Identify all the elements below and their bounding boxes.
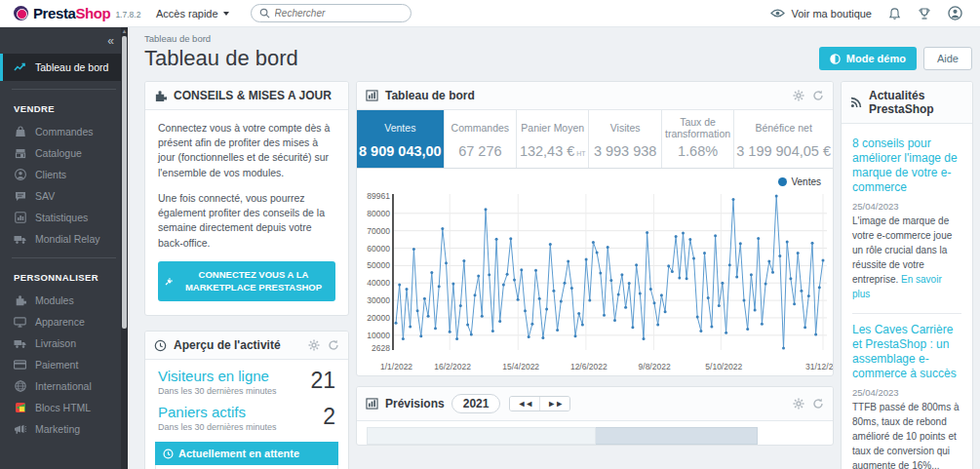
forecast-panel: Prévisions 2021 ◄◄ ►► <box>356 386 834 446</box>
activity-panel-title: Aperçu de l'activité <box>174 338 281 352</box>
activity-panel: Aperçu de l'activité Visiteurs en ligne <box>144 331 349 469</box>
html-blocks-icon <box>14 402 26 413</box>
breadcrumb: Tableau de bord <box>128 27 980 44</box>
sidebar-item-label: Livraison <box>35 337 76 349</box>
online-visitors-metric[interactable]: Visiteurs en ligne Dans les 30 dernières… <box>145 360 348 396</box>
search-input[interactable] <box>275 8 392 19</box>
sidebar-item-paiement[interactable]: Paiement <box>0 354 128 375</box>
chart-legend[interactable]: Ventes <box>778 176 821 187</box>
sidebar-item-marketing[interactable]: Marketing <box>0 418 128 440</box>
metric-tab-value: 3 199 904,05 € <box>736 143 831 159</box>
credit-card-icon <box>14 360 26 370</box>
top-header: PrestaShop 1.7.8.2 Accès rapide Voir ma … <box>0 0 980 27</box>
metric-tab-panier-moyen[interactable]: Panier Moyen132,43 € HT <box>517 110 589 168</box>
news-item: Les Caves Carrière et PrestaShop : un as… <box>852 313 961 469</box>
refresh-icon[interactable] <box>812 398 824 410</box>
sidebar-item-livraison[interactable]: Livraison <box>0 332 128 354</box>
plug-icon <box>164 277 174 287</box>
metric-tab-value: 1.68% <box>664 143 731 159</box>
metric-tab-value: 132,43 € HT <box>519 143 586 159</box>
news-title-link[interactable]: Les Caves Carrière et PrestaShop : un as… <box>852 323 961 381</box>
sidebar-item-clients[interactable]: Clients <box>0 164 128 185</box>
chat-icon <box>14 190 26 202</box>
view-shop-label: Voir ma boutique <box>791 8 872 20</box>
quick-access-dropdown[interactable]: Accès rapide <box>156 8 229 20</box>
y-axis-tick: 30000 <box>357 295 390 305</box>
sidebar-item-statistiques[interactable]: Statistiques <box>0 207 128 228</box>
metric-tab-label: Bénéfice net <box>736 117 831 140</box>
marketplace-connect-label: CONNECTEZ VOUS A LA MARKETPLACE PRESTASH… <box>177 269 330 294</box>
legend-label: Ventes <box>791 176 821 187</box>
metric-tab-ventes[interactable]: Ventes8 909 043,00 <box>357 110 445 168</box>
metric-tab-b-n-fice-net[interactable]: Bénéfice net3 199 904,05 € <box>734 110 833 168</box>
account-avatar-icon[interactable] <box>948 6 962 20</box>
active-carts-metric[interactable]: Paniers actifs Dans les 30 dernières min… <box>145 396 348 432</box>
sidebar-item-tableau-de-bord[interactable]: Tableau de bord <box>0 54 128 81</box>
scrollbar-up-arrow-icon[interactable]: ▲ <box>121 28 128 34</box>
customer-icon <box>14 169 26 180</box>
sidebar-scrollbar-thumb[interactable] <box>122 36 127 329</box>
x-axis-tick: 9/8/2022 <box>639 362 671 371</box>
metric-tab-value: 67 276 <box>447 143 514 159</box>
sidebar-item-mondial-relay[interactable]: Mondial Relay <box>0 228 128 250</box>
metric-sub: Dans les 30 dernières minutes <box>158 386 277 396</box>
y-axis-tick: 70000 <box>357 226 390 236</box>
notifications-bell-icon[interactable] <box>888 7 901 20</box>
sidebar-item-apparence[interactable]: Apparence <box>0 311 128 332</box>
metric-tab-visites[interactable]: Visites3 993 938 <box>589 110 661 168</box>
pending-row-commandes[interactable]: Commandes 5 <box>156 465 337 469</box>
clock-icon <box>163 449 174 459</box>
view-shop-link[interactable]: Voir ma boutique <box>770 8 872 20</box>
shopping-bag-icon <box>14 126 26 137</box>
metric-tab-commandes[interactable]: Commandes67 276 <box>445 110 517 168</box>
x-axis-tick: 16/2/2022 <box>434 362 471 371</box>
chevron-down-icon <box>223 12 229 16</box>
chart-plot-area <box>392 194 827 350</box>
pending-header-label: Actuellement en attente <box>178 448 299 459</box>
metric-tab-taux-de-transformation[interactable]: Taux de transformation1.68% <box>662 110 734 168</box>
sidebar-item-catalogue[interactable]: Catalogue <box>0 142 128 164</box>
advice-paragraph: Une fois connecté, vous pourrez égalemen… <box>158 191 335 251</box>
help-button[interactable]: Aide <box>923 47 972 70</box>
sidebar-item-label: Mondial Relay <box>35 233 100 245</box>
dashboard-panel: Tableau de bord Ventes8 909 043,00Comman… <box>356 81 834 376</box>
forecast-year-selector[interactable]: 2021 <box>451 394 501 413</box>
news-text: L'image de marque de votre e-commerce jo… <box>852 214 961 301</box>
gear-icon[interactable] <box>793 90 804 101</box>
refresh-icon[interactable] <box>812 90 824 101</box>
gear-icon[interactable] <box>793 398 804 410</box>
forecast-prev-button[interactable]: ◄◄ <box>510 397 540 410</box>
y-axis-tick: 50000 <box>357 260 390 270</box>
trophy-icon[interactable] <box>918 7 931 20</box>
sidebar-item-label: Marketing <box>35 423 80 435</box>
y-axis-tick: 20000 <box>357 313 390 323</box>
sidebar-item-blocs-html[interactable]: Blocs HTML <box>0 397 128 418</box>
activity-metrics: Visiteurs en ligne Dans les 30 dernières… <box>145 360 348 432</box>
x-axis-tick: 15/4/2022 <box>502 362 539 371</box>
toggle-icon <box>830 54 841 64</box>
sidebar-item-modules[interactable]: Modules <box>0 290 128 311</box>
sidebar-item-label: Statistiques <box>35 212 88 223</box>
x-axis-tick: 1/1/2022 <box>380 362 412 371</box>
sidebar-divider <box>12 89 116 90</box>
search-box[interactable] <box>251 4 412 22</box>
news-title-link[interactable]: 8 conseils pour améliorer l'image de mar… <box>852 137 961 195</box>
logo-text-presta: Presta <box>33 5 75 21</box>
sidebar-section-title: PERSONNALISER <box>0 266 128 290</box>
sidebar-scrollbar[interactable]: ▲ <box>121 27 128 469</box>
sidebar-item-commandes[interactable]: Commandes <box>0 121 128 142</box>
sidebar-item-sav[interactable]: SAV <box>0 185 128 207</box>
sidebar-collapse-button[interactable]: « <box>0 27 128 54</box>
forecast-next-button[interactable]: ►► <box>540 397 569 410</box>
prestashop-logo[interactable]: PrestaShop 1.7.8.2 <box>0 5 146 21</box>
sidebar-item-label: Modules <box>35 294 74 306</box>
x-axis-tick: 12/6/2022 <box>570 362 608 371</box>
marketplace-connect-button[interactable]: CONNECTEZ VOUS A LA MARKETPLACE PRESTASH… <box>158 261 335 302</box>
refresh-icon[interactable] <box>328 339 339 351</box>
demo-mode-label: Mode démo <box>846 53 906 64</box>
sidebar-item-international[interactable]: International <box>0 375 128 397</box>
demo-mode-button[interactable]: Mode démo <box>819 47 917 70</box>
gear-icon[interactable] <box>308 339 320 351</box>
metric-value: 21 <box>310 368 335 394</box>
sidebar-item-label: Apparence <box>35 316 85 328</box>
